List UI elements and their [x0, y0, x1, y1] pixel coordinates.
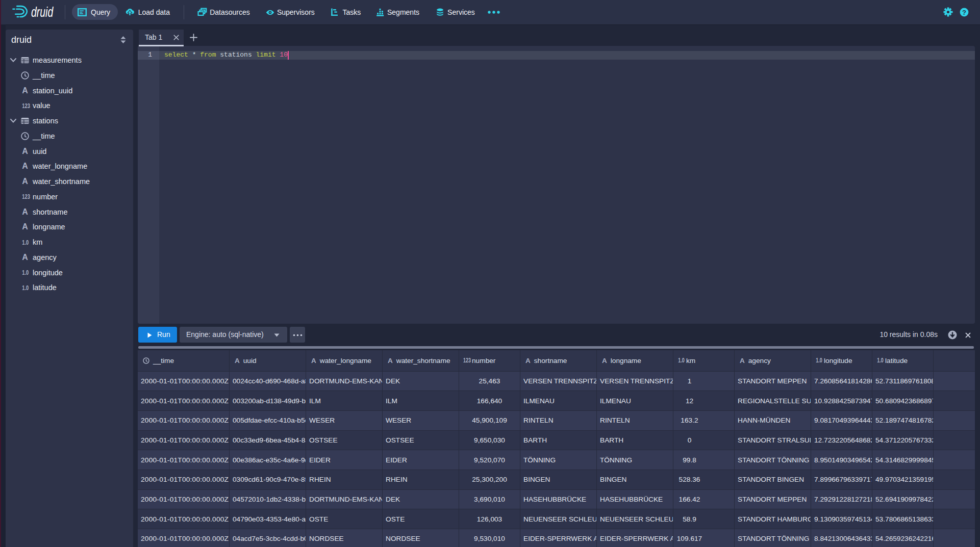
svg-text:?: ? — [962, 8, 966, 16]
